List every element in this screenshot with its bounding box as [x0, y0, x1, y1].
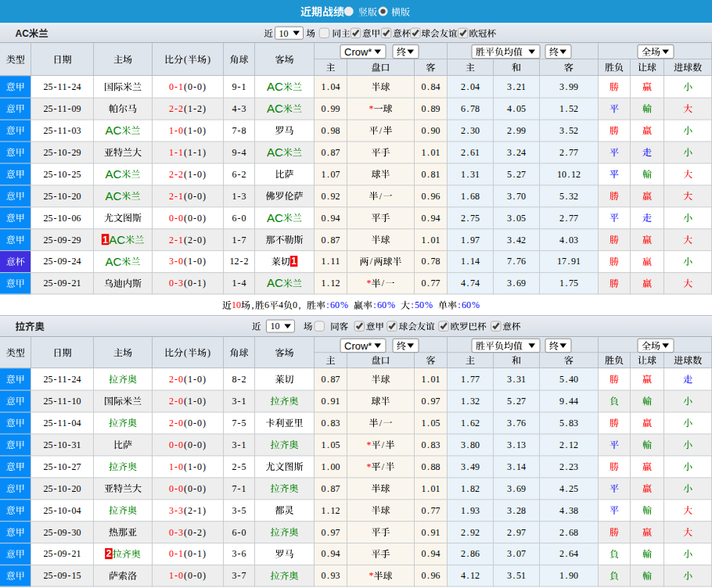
svg-text:Crow*: Crow* — [344, 46, 372, 58]
svg-text:7-1: 7-1 — [232, 483, 246, 494]
svg-text:AC: AC — [106, 167, 122, 181]
svg-text:6-0: 6-0 — [232, 213, 246, 224]
svg-text:0.83: 0.83 — [322, 418, 340, 428]
svg-text:3.28: 3.28 — [507, 505, 526, 516]
svg-text:0.90: 0.90 — [422, 125, 441, 136]
svg-text:,: , — [252, 299, 254, 310]
svg-text:0.97: 0.97 — [322, 527, 340, 538]
svg-text:(1-0): (1-0) — [184, 396, 206, 407]
svg-text:1.14: 1.14 — [461, 256, 480, 267]
svg-text:AC: AC — [109, 233, 125, 246]
svg-text:25-09-15: 25-09-15 — [44, 570, 81, 581]
svg-text:1.62: 1.62 — [461, 418, 480, 428]
svg-text:25-10-25: 25-10-25 — [44, 169, 81, 180]
svg-text:6-0: 6-0 — [232, 527, 246, 538]
svg-text:25-11-03: 25-11-03 — [44, 125, 81, 136]
svg-text:3.14: 3.14 — [507, 461, 526, 472]
svg-text:%: % — [425, 299, 433, 310]
svg-text:0.98: 0.98 — [322, 125, 340, 136]
svg-text:1.01: 1.01 — [422, 374, 441, 385]
svg-text:(1-0): (1-0) — [184, 374, 206, 385]
svg-text:25-10-27: 25-10-27 — [44, 461, 81, 472]
svg-text:1.77: 1.77 — [461, 374, 480, 385]
svg-text:%: % — [340, 299, 348, 310]
svg-text:0.87: 0.87 — [322, 235, 340, 246]
svg-text:0-1: 0-1 — [169, 81, 183, 92]
svg-text:1-1: 1-1 — [169, 147, 183, 158]
svg-text:0.92: 0.92 — [322, 191, 340, 202]
svg-text:1.90: 1.90 — [559, 570, 578, 581]
svg-text:4-3: 4-3 — [232, 103, 246, 114]
svg-text:0.99: 0.99 — [322, 103, 340, 114]
svg-text:25-09-29: 25-09-29 — [44, 235, 81, 246]
svg-text:3.21: 3.21 — [507, 81, 526, 92]
svg-text:%: % — [472, 299, 480, 310]
svg-text:(0-0): (0-0) — [184, 570, 206, 581]
svg-text:(0-1): (0-1) — [184, 278, 206, 289]
svg-text:0-3: 0-3 — [169, 527, 183, 538]
svg-text:0.87: 0.87 — [322, 374, 340, 385]
svg-text:10.12: 10.12 — [557, 169, 581, 180]
svg-text:*: * — [367, 461, 372, 472]
svg-text:3-0: 3-0 — [169, 256, 183, 267]
svg-text:1.07: 1.07 — [322, 169, 340, 180]
svg-text:6.78: 6.78 — [461, 103, 480, 114]
svg-text:1.31: 1.31 — [461, 169, 480, 180]
svg-text:3-1: 3-1 — [232, 396, 246, 407]
svg-text:(1-0): (1-0) — [184, 256, 206, 267]
svg-text:0.97: 0.97 — [422, 396, 441, 407]
svg-text:7-8: 7-8 — [232, 125, 246, 136]
svg-text:7.76: 7.76 — [507, 256, 526, 267]
svg-text:25-10-06: 25-10-06 — [44, 213, 81, 224]
svg-text:0.94: 0.94 — [422, 213, 441, 224]
svg-text:1.12: 1.12 — [322, 505, 340, 516]
svg-text:2: 2 — [106, 548, 112, 559]
svg-text:3.80: 3.80 — [461, 439, 480, 450]
svg-text:1.05: 1.05 — [422, 418, 441, 428]
svg-text:(0-0): (0-0) — [184, 81, 206, 92]
svg-text:25-11-09: 25-11-09 — [44, 103, 81, 114]
svg-text:(1-0): (1-0) — [184, 125, 206, 136]
svg-text:2.12: 2.12 — [559, 439, 578, 450]
svg-text:25-11-04: 25-11-04 — [44, 418, 81, 428]
svg-text:0.83: 0.83 — [422, 439, 441, 450]
svg-text:0.77: 0.77 — [422, 505, 441, 516]
svg-text:AC: AC — [106, 255, 122, 268]
svg-text:0-0: 0-0 — [169, 213, 183, 224]
svg-text:1.12: 1.12 — [322, 278, 340, 289]
svg-text:2.30: 2.30 — [461, 125, 480, 136]
svg-text:0-1: 0-1 — [169, 548, 183, 559]
svg-text:(1-1): (1-1) — [184, 147, 206, 158]
svg-text:(0-0): (0-0) — [184, 439, 206, 450]
svg-text:0.87: 0.87 — [322, 483, 340, 494]
svg-text:3.05: 3.05 — [507, 213, 526, 224]
svg-text:2-0: 2-0 — [169, 396, 183, 407]
svg-text:9-1: 9-1 — [232, 81, 246, 92]
svg-text:25-09-24: 25-09-24 — [44, 256, 81, 267]
svg-text:25-10-20: 25-10-20 — [44, 191, 81, 202]
svg-text:5.27: 5.27 — [507, 169, 526, 180]
svg-text:2-1: 2-1 — [169, 235, 183, 246]
svg-text::60: :60 — [373, 299, 387, 310]
svg-text:6-2: 6-2 — [232, 169, 246, 180]
svg-text:0-0: 0-0 — [169, 483, 183, 494]
svg-text:25-09-21: 25-09-21 — [44, 278, 81, 289]
svg-text:AC: AC — [267, 80, 283, 93]
svg-text:2.04: 2.04 — [461, 81, 480, 92]
svg-text:0: 0 — [293, 299, 297, 310]
svg-text:(0-1): (0-1) — [184, 548, 206, 559]
svg-text:0.78: 0.78 — [422, 256, 441, 267]
svg-text:(1-2): (1-2) — [184, 103, 206, 114]
svg-text:1-7: 1-7 — [232, 235, 246, 246]
svg-text:8-2: 8-2 — [232, 374, 246, 385]
svg-text:25-11-10: 25-11-10 — [44, 396, 81, 407]
svg-text:1.01: 1.01 — [422, 483, 441, 494]
svg-text:3.69: 3.69 — [507, 483, 526, 494]
svg-text:0.91: 0.91 — [422, 527, 441, 538]
svg-text:25-10-31: 25-10-31 — [44, 439, 81, 450]
svg-text:3-6: 3-6 — [232, 548, 246, 559]
svg-text:2.23: 2.23 — [559, 461, 578, 472]
svg-text:AC: AC — [106, 124, 122, 137]
svg-text:1: 1 — [102, 235, 108, 246]
svg-text:(: ( — [184, 54, 187, 65]
